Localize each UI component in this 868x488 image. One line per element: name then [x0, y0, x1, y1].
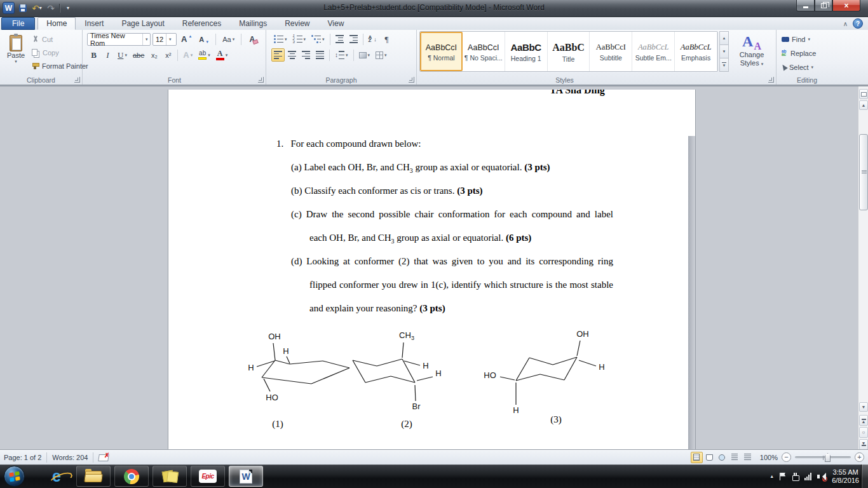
- scrollbar-thumb[interactable]: [859, 134, 868, 210]
- chevron-down-icon[interactable]: ▾: [226, 53, 228, 57]
- superscript-button[interactable]: x²: [161, 48, 175, 62]
- font-size-combo[interactable]: 12 ▾: [153, 33, 177, 46]
- taskbar-word-active[interactable]: W: [229, 466, 263, 487]
- taskbar-epic[interactable]: Epic: [191, 466, 225, 487]
- format-painter-button[interactable]: Format Painter: [32, 59, 88, 72]
- style-normal[interactable]: AaBbCcI¶ Normal: [420, 32, 463, 71]
- grow-font-button[interactable]: A▲: [179, 32, 194, 46]
- full-screen-reading-view-button[interactable]: [703, 452, 715, 463]
- start-button[interactable]: [4, 466, 25, 487]
- styles-scroll-up-button[interactable]: ▲: [719, 31, 729, 45]
- power-plug-icon[interactable]: [792, 473, 799, 480]
- zoom-level-indicator[interactable]: 100%: [760, 454, 778, 461]
- select-browse-object-button[interactable]: ○: [859, 427, 868, 438]
- style-no-spaci[interactable]: AaBbCcI¶ No Spaci...: [463, 32, 505, 71]
- change-styles-button[interactable]: AA Change Styles ▾: [732, 31, 771, 72]
- draft-view-button[interactable]: [742, 452, 754, 463]
- zoom-slider-thumb[interactable]: [825, 453, 831, 462]
- chevron-down-icon[interactable]: ▾: [125, 53, 127, 57]
- styles-dialog-launcher[interactable]: [768, 77, 774, 83]
- multilevel-list-button[interactable]: ▾: [309, 32, 327, 46]
- tab-review[interactable]: Review: [276, 17, 318, 30]
- sort-button[interactable]: AZ↓: [366, 32, 379, 46]
- zoom-in-button[interactable]: +: [855, 452, 864, 462]
- network-signal-icon[interactable]: [804, 473, 811, 480]
- highlight-button[interactable]: ab▾: [196, 48, 213, 62]
- bold-button[interactable]: B: [87, 48, 100, 62]
- tab-insert[interactable]: Insert: [76, 17, 112, 30]
- chevron-down-icon[interactable]: ▾: [285, 37, 287, 41]
- show-desktop-button[interactable]: [861, 464, 868, 488]
- style-subtitle[interactable]: AaBbCcISubtitle: [590, 32, 632, 71]
- tab-references[interactable]: References: [173, 17, 230, 30]
- vertical-scrollbar[interactable]: ▲ ▼ ▲ ○ ▼: [858, 86, 868, 449]
- clipboard-dialog-launcher[interactable]: [74, 77, 80, 83]
- bullets-button[interactable]: ▾: [271, 32, 290, 46]
- style-heading-1[interactable]: AaBbCHeading 1: [505, 32, 548, 71]
- align-center-button[interactable]: [285, 48, 299, 62]
- change-case-button[interactable]: Aa▾: [220, 32, 237, 46]
- zoom-out-button[interactable]: −: [782, 452, 791, 462]
- shading-button[interactable]: ▾: [356, 48, 373, 62]
- styles-scroll-down-button[interactable]: ▼: [719, 45, 729, 58]
- align-left-button[interactable]: [271, 48, 285, 62]
- page-count-indicator[interactable]: Page: 1 of 2: [4, 454, 41, 461]
- justify-button[interactable]: [313, 48, 327, 62]
- line-spacing-button[interactable]: ↕▾: [332, 48, 351, 62]
- proofing-errors-indicator[interactable]: ✗: [98, 453, 109, 461]
- underline-button[interactable]: U▾: [115, 48, 130, 62]
- taskbar-file-explorer[interactable]: [76, 466, 111, 487]
- tab-mailings[interactable]: Mailings: [230, 17, 276, 30]
- subscript-button[interactable]: x₂: [147, 48, 161, 62]
- document-page[interactable]: TA Sha Ding 1. For each compound drawn b…: [168, 90, 695, 449]
- tab-page-layout[interactable]: Page Layout: [112, 17, 173, 30]
- chevron-down-icon[interactable]: ▾: [368, 53, 370, 57]
- cut-button[interactable]: Cut: [32, 32, 88, 46]
- taskbar-internet-explorer[interactable]: e: [39, 466, 74, 487]
- chevron-down-icon[interactable]: ▾: [142, 34, 150, 45]
- paste-button[interactable]: Paste ▾: [3, 32, 29, 72]
- text-effects-button[interactable]: A▾: [180, 48, 195, 62]
- taskbar-sticky-notes[interactable]: [153, 466, 187, 487]
- show-hidden-icons-button[interactable]: ▲: [770, 474, 774, 478]
- style-subtle-em[interactable]: AaBbCcLSubtle Em...: [632, 32, 675, 71]
- strikethrough-button[interactable]: abe: [130, 48, 147, 62]
- word-count-indicator[interactable]: Words: 204: [52, 454, 88, 461]
- restore-button[interactable]: [815, 0, 832, 11]
- previous-page-button[interactable]: ▲: [859, 415, 868, 426]
- tab-home[interactable]: Home: [37, 17, 76, 30]
- italic-button[interactable]: I: [101, 48, 114, 62]
- font-name-combo[interactable]: Times New Rom ▾: [87, 33, 151, 46]
- chevron-down-icon[interactable]: ▾: [346, 53, 348, 57]
- numbering-button[interactable]: 123 ▾: [290, 32, 309, 46]
- decrease-indent-button[interactable]: [333, 32, 346, 46]
- help-button[interactable]: ?: [853, 18, 863, 29]
- show-hide-pilcrow-button[interactable]: ¶: [380, 32, 393, 46]
- chevron-down-icon[interactable]: ▾: [166, 34, 173, 45]
- font-color-button[interactable]: A▾: [214, 48, 231, 62]
- paragraph-dialog-launcher[interactable]: [409, 77, 414, 83]
- zoom-slider[interactable]: [795, 456, 851, 458]
- outline-view-button[interactable]: [729, 452, 741, 463]
- style-title[interactable]: AaBbCTitle: [548, 32, 590, 71]
- styles-more-button[interactable]: ▼: [719, 58, 729, 72]
- action-center-flag-icon[interactable]: [780, 473, 786, 480]
- next-page-button[interactable]: ▼: [859, 439, 868, 449]
- scroll-up-button[interactable]: ▲: [859, 100, 868, 110]
- scroll-down-button[interactable]: ▼: [859, 402, 868, 412]
- select-button[interactable]: Select▾: [782, 60, 813, 74]
- minimize-button[interactable]: [796, 0, 815, 11]
- chevron-down-icon[interactable]: ▾: [322, 37, 325, 41]
- replace-button[interactable]: abacReplace: [782, 46, 816, 60]
- print-layout-view-button[interactable]: [691, 452, 703, 463]
- tab-view[interactable]: View: [319, 17, 353, 30]
- web-layout-view-button[interactable]: [716, 452, 728, 463]
- chevron-down-icon[interactable]: ▾: [208, 53, 210, 57]
- font-dialog-launcher[interactable]: [258, 77, 264, 83]
- style-emphasis[interactable]: AaBbCcLEmphasis: [675, 32, 717, 71]
- close-button[interactable]: ×: [832, 0, 860, 11]
- clear-formatting-button[interactable]: A: [245, 32, 259, 46]
- align-right-button[interactable]: [299, 48, 313, 62]
- taskbar-clock[interactable]: 3:55 AM 6/8/2016: [832, 468, 859, 485]
- chevron-down-icon[interactable]: ▾: [384, 53, 387, 57]
